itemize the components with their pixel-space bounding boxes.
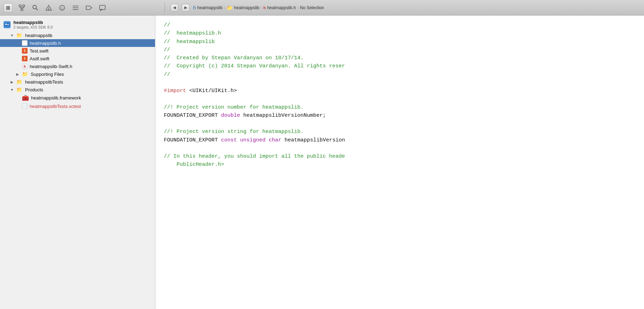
sidebar-item-xctest[interactable]: 📄 heatmappslibTests.xctest (0, 102, 155, 110)
code-line: // (164, 21, 636, 29)
code-line: // In this header, you should import all… (164, 152, 636, 160)
code-line: // heatmappslib (164, 38, 636, 46)
code-line: FOUNDATION_EXPORT double heatmappslibVer… (164, 111, 636, 120)
svg-rect-21 (5, 24, 7, 25)
toolbar-left: ⊞ (4, 3, 159, 12)
svg-line-8 (36, 8, 38, 10)
breadcrumb-selection: No Selection (300, 5, 324, 10)
svg-marker-17 (86, 6, 92, 10)
file-icon-swift: S (22, 48, 28, 54)
list-icon[interactable] (71, 4, 80, 12)
nav-back-button[interactable]: ◀ (171, 4, 178, 12)
project-header[interactable]: heatmappslib 2 targets, iOS SDK 8.0 (0, 18, 155, 31)
svg-point-11 (48, 9, 49, 10)
folder-icon-supporting: 📁 (22, 71, 28, 77)
code-line: // Copyright (c) 2014 Stepan Vardanyan. … (164, 62, 636, 70)
sidebar-item-framework[interactable]: 🧰 heatmappslib.framework (0, 93, 155, 102)
code-line: // (164, 71, 636, 79)
disclosure-supporting (16, 72, 20, 76)
editor[interactable]: // // heatmappslib.h // heatmappslib // … (155, 16, 644, 309)
hierarchy-icon[interactable] (18, 4, 26, 12)
svg-rect-2 (21, 9, 23, 11)
sidebar-item-label: Products (25, 87, 43, 92)
project-subtitle: 2 targets, iOS SDK 8.0 (13, 25, 53, 29)
code-line: // (164, 46, 636, 54)
breadcrumb: h heatmappslib › 📁 heatmappslib › h heat… (193, 5, 324, 11)
svg-rect-1 (23, 5, 25, 7)
sidebar-item-heatmappslibTests[interactable]: 📁 heatmappslibTests (0, 78, 155, 86)
main-area: heatmappslib 2 targets, iOS SDK 8.0 📁 he… (0, 16, 644, 309)
breadcrumb-project[interactable]: heatmappslib (197, 5, 222, 10)
breadcrumb-sep-1: › (224, 6, 225, 10)
sidebar-item-label: heatmappslibTests (25, 79, 63, 85)
sidebar-item-label: Supporting Files (31, 72, 64, 77)
sidebar: heatmappslib 2 targets, iOS SDK 8.0 📁 he… (0, 16, 155, 309)
sidebar-item-label: heatmappslib-Swift.h (30, 64, 72, 69)
search-icon[interactable] (31, 4, 40, 12)
file-icon-h: h (22, 40, 28, 46)
breadcrumb-file[interactable]: heatmappslib.h (267, 5, 296, 10)
sidebar-item-label: Test.swift (30, 48, 48, 54)
folder-icon-heatmappslib: 📁 (16, 32, 22, 38)
toolbar-divider (165, 2, 165, 13)
svg-text:◇: ◇ (61, 6, 64, 10)
code-line: FOUNDATION_EXPORT const unsigned char he… (164, 136, 636, 144)
folder-icon-products: 📁 (16, 87, 22, 92)
project-info: heatmappslib 2 targets, iOS SDK 8.0 (13, 20, 53, 29)
code-line (164, 144, 636, 152)
sidebar-item-label: heatmappslib.framework (31, 95, 81, 101)
sidebar-item-label: heatmappslibTests.xctest (30, 104, 81, 109)
project-icon (4, 21, 11, 28)
file-icon-swift-2: S (22, 56, 28, 61)
sidebar-item-asdf-swift[interactable]: S Asdf.swift (0, 55, 155, 62)
code-line: // heatmappslib.h (164, 29, 636, 37)
breadcrumb-folder-icon: 📁 (227, 5, 233, 11)
code-line: // Created by Stepan Vardanyan on 10/17/… (164, 54, 636, 62)
code-line: //! Project version string for heatmapps… (164, 128, 636, 136)
sidebar-item-heatmappslib-swift-h[interactable]: h heatmappslib-Swift.h (0, 62, 155, 70)
disclosure-products (10, 88, 14, 92)
tag-icon[interactable] (85, 4, 93, 12)
disclosure-tests (10, 80, 14, 84)
breadcrumb-file-icon: h (193, 5, 196, 11)
breadcrumb-sep-3: › (297, 6, 299, 10)
code-line (164, 79, 636, 87)
code-line (164, 120, 636, 128)
sidebar-item-products[interactable]: 📁 Products (0, 86, 155, 93)
sidebar-item-heatmappslib-h[interactable]: h heatmappslib.h (0, 39, 155, 47)
toolbar-right: ◀ ▶ h heatmappslib › 📁 heatmappslib › h … (171, 4, 640, 12)
project-title: heatmappslib (13, 20, 53, 25)
file-icon-xctest: 📄 (22, 103, 28, 109)
folder-icon-tests: 📁 (16, 79, 22, 85)
code-line: PublicHeader.h> (164, 160, 636, 169)
svg-rect-0 (19, 5, 21, 7)
breadcrumb-folder[interactable]: heatmappslib (234, 5, 259, 10)
svg-point-7 (33, 5, 36, 9)
grid-icon[interactable]: ⊞ (4, 3, 13, 12)
sidebar-item-label: heatmappslib.h (30, 41, 61, 46)
sidebar-item-label: heatmappslib (25, 33, 52, 38)
sidebar-item-heatmappslib-group[interactable]: 📁 heatmappslib (0, 31, 155, 39)
chat-icon[interactable] (98, 4, 107, 12)
sidebar-item-supporting-files[interactable]: 📁 Supporting Files (0, 70, 155, 78)
sidebar-item-label: Asdf.swift (30, 56, 49, 61)
disclosure-heatmappslib (10, 34, 14, 37)
sidebar-item-test-swift[interactable]: S Test.swift (0, 47, 155, 55)
flag-icon[interactable]: ◇ (58, 4, 66, 12)
toolbar: ⊞ (0, 0, 644, 16)
warning-icon[interactable] (44, 4, 53, 12)
breadcrumb-sep-2: › (261, 6, 262, 10)
file-icon-framework: 🧰 (22, 95, 29, 101)
svg-marker-19 (100, 10, 102, 11)
code-line-import: #import <UIKit/UIKit.h> (164, 87, 636, 95)
svg-rect-18 (100, 5, 105, 10)
code-line: //! Project version number for heatmapps… (164, 103, 636, 111)
nav-forward-button[interactable]: ▶ (182, 4, 190, 12)
breadcrumb-h-icon: h (263, 6, 266, 10)
file-icon-h-2: h (22, 63, 28, 69)
code-line (164, 95, 636, 103)
